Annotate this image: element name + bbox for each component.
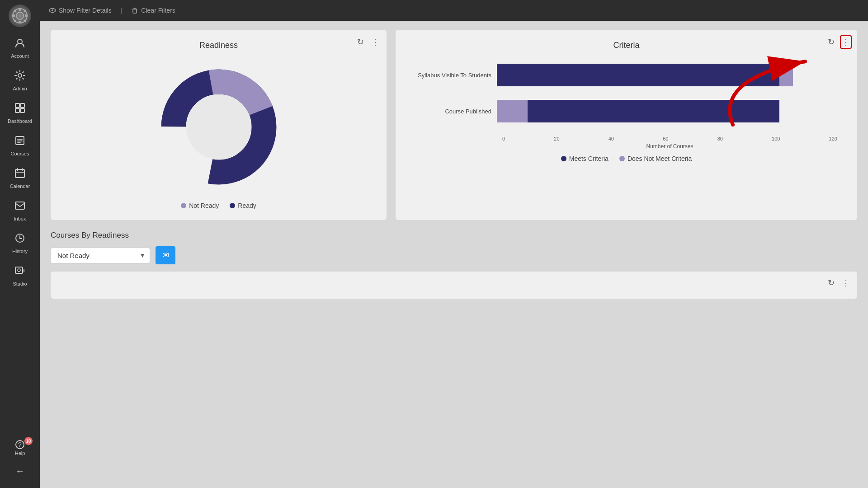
inbox-icon (14, 200, 26, 214)
syllabus-label: Syllabus Visible To Students (415, 72, 497, 79)
legend-meets: Meets Criteria (561, 155, 609, 162)
ready-dot (230, 203, 235, 208)
svg-point-3 (19, 21, 21, 23)
sidebar-item-studio-label: Studio (13, 281, 27, 286)
criteria-card-actions: ↻ ⋮ (826, 35, 852, 49)
legend-not-ready-label: Not Ready (189, 202, 219, 209)
sidebar-item-dashboard-label: Dashboard (8, 118, 32, 124)
syllabus-bar-track (497, 64, 837, 86)
legend-not-meets-label: Does Not Meet Criteria (627, 155, 692, 162)
svg-rect-15 (20, 108, 24, 113)
criteria-refresh-button[interactable]: ↻ (826, 35, 836, 49)
svg-point-6 (14, 10, 16, 12)
x-tick-120: 120 (829, 136, 837, 141)
courses-by-readiness-section: Courses By Readiness Not Ready Ready ▼ ✉ (51, 231, 857, 264)
svg-point-1 (16, 12, 24, 19)
readiness-dropdown[interactable]: Not Ready Ready (51, 248, 150, 263)
svg-rect-14 (15, 108, 19, 113)
history-icon (14, 232, 26, 247)
help-badge: 10 (24, 437, 33, 445)
svg-point-32 (52, 9, 53, 11)
svg-point-11 (18, 74, 22, 77)
bottom-refresh-button[interactable]: ↻ (826, 276, 836, 290)
content-area: ↻ ⋮ Readiness Not Ready (40, 21, 868, 488)
readiness-card-actions: ↻ ⋮ (355, 35, 381, 49)
show-filter-label: Show Filter Details (59, 7, 112, 14)
svg-point-5 (25, 14, 28, 17)
svg-point-28 (18, 269, 20, 272)
email-icon: ✉ (162, 250, 169, 260)
bar-row-published: Course Published (415, 100, 837, 122)
x-ticks: 0 20 40 60 80 100 120 (502, 136, 837, 141)
app-logo[interactable] (9, 5, 31, 27)
syllabus-not-meets-bar (779, 64, 793, 86)
readiness-legend: Not Ready Ready (181, 202, 256, 209)
sidebar-item-account-label: Account (11, 53, 29, 59)
svg-rect-26 (15, 267, 23, 273)
collapse-sidebar-button[interactable]: ← (11, 461, 29, 481)
dashboard-icon (14, 102, 26, 117)
sidebar-item-history[interactable]: History (0, 227, 40, 259)
legend-ready: Ready (230, 202, 256, 209)
criteria-more-button[interactable]: ⋮ (840, 35, 852, 49)
criteria-legend: Meets Criteria Does Not Meet Criteria (415, 155, 837, 162)
sidebar-item-inbox-label: Inbox (14, 216, 26, 221)
readiness-card: ↻ ⋮ Readiness Not Ready (51, 30, 387, 220)
topbar: Show Filter Details | Clear Filters (40, 0, 868, 21)
bottom-card-actions: ↻ ⋮ (826, 276, 852, 290)
x-tick-100: 100 (772, 136, 780, 141)
svg-text:?: ? (18, 441, 22, 448)
filter-row: Not Ready Ready ▼ ✉ (51, 246, 857, 264)
svg-point-2 (19, 8, 21, 11)
email-button[interactable]: ✉ (156, 246, 175, 264)
svg-rect-24 (15, 202, 24, 209)
readiness-more-button[interactable]: ⋮ (369, 35, 381, 49)
svg-point-9 (24, 20, 26, 22)
bottom-card: ↻ ⋮ (51, 272, 857, 299)
x-tick-0: 0 (502, 136, 505, 141)
readiness-donut-chart (151, 59, 287, 195)
published-label: Course Published (415, 108, 497, 115)
readiness-select-wrapper: Not Ready Ready ▼ (51, 248, 150, 263)
legend-not-meets: Does Not Meet Criteria (619, 155, 692, 162)
x-tick-60: 60 (663, 136, 668, 141)
x-axis: 0 20 40 60 80 100 120 Number of Courses (415, 136, 837, 150)
meets-dot (561, 156, 566, 161)
sidebar-item-courses[interactable]: Courses (0, 129, 40, 162)
sidebar-item-dashboard[interactable]: Dashboard (0, 97, 40, 129)
sidebar-item-calendar-label: Calendar (10, 183, 30, 189)
donut-container: Not Ready Ready (61, 59, 376, 209)
sidebar-item-inbox[interactable]: Inbox (0, 194, 40, 227)
not-meets-dot (619, 156, 625, 161)
eye-icon (49, 7, 56, 14)
criteria-card: ↻ ⋮ Criteria (396, 30, 857, 220)
svg-marker-27 (24, 269, 24, 272)
svg-point-4 (12, 14, 15, 17)
x-tick-80: 80 (717, 136, 723, 141)
clear-filters-button[interactable]: Clear Filters (131, 7, 175, 14)
sidebar-item-account[interactable]: Account (0, 32, 40, 64)
charts-row: ↻ ⋮ Readiness Not Ready (51, 30, 857, 220)
x-tick-20: 20 (554, 136, 559, 141)
sidebar-item-calendar[interactable]: Calendar (0, 162, 40, 194)
sidebar-item-help[interactable]: 10 ? Help (0, 433, 40, 461)
published-bar-track (497, 100, 837, 122)
published-not-meets-bar (497, 100, 528, 122)
admin-icon (14, 70, 26, 84)
readiness-refresh-button[interactable]: ↻ (355, 35, 366, 49)
svg-rect-12 (15, 103, 19, 108)
readiness-title: Readiness (61, 41, 376, 50)
bar-row-syllabus: Syllabus Visible To Students (415, 64, 837, 86)
svg-rect-33 (133, 9, 137, 13)
bottom-more-button[interactable]: ⋮ (840, 276, 852, 290)
svg-point-7 (24, 10, 26, 12)
sidebar-bottom: 10 ? Help ← (0, 433, 40, 488)
svg-point-8 (14, 20, 16, 22)
svg-point-38 (186, 94, 251, 160)
show-filter-details-button[interactable]: Show Filter Details (49, 7, 112, 14)
calendar-icon (14, 167, 26, 182)
criteria-title: Criteria (406, 41, 846, 50)
sidebar-item-admin[interactable]: Admin (0, 64, 40, 97)
sidebar-item-admin-label: Admin (13, 86, 27, 91)
sidebar-item-studio[interactable]: Studio (0, 259, 40, 292)
